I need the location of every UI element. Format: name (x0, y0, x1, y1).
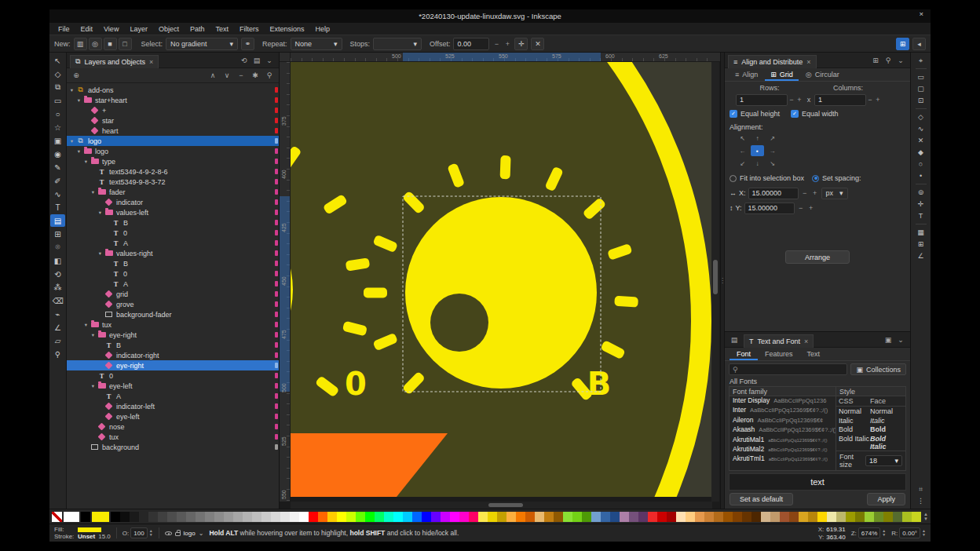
snap-cusp-nodes-icon[interactable]: ◆ (914, 147, 928, 158)
zoom-stepper[interactable]: ▲▼ (882, 529, 886, 537)
palette-swatch[interactable] (111, 512, 120, 522)
x-decrement-icon[interactable]: − (801, 187, 809, 199)
tool-pen[interactable]: ✐ (50, 174, 65, 187)
layer-row-a[interactable]: TA (67, 391, 279, 401)
expander-icon[interactable]: ▾ (97, 210, 104, 216)
font-row-inter-display[interactable]: Inter DisplayAaBbCcIiPpQq1236 (730, 396, 836, 406)
tool-dropper[interactable]: ⌾ (50, 241, 65, 254)
palette-swatch[interactable] (158, 512, 167, 522)
expander-icon[interactable]: ▾ (75, 97, 82, 104)
palette-swatch[interactable] (356, 512, 365, 522)
palette-swatch[interactable] (431, 512, 441, 522)
fit-selection-radio[interactable]: Fit into selection box (730, 174, 804, 182)
collections-button[interactable]: ▣ Collections (850, 363, 906, 375)
tool-spiral[interactable]: ◉ (50, 148, 65, 160)
tool-ellipse[interactable]: ○ (50, 108, 65, 120)
palette-swatch[interactable] (318, 512, 327, 522)
insert-stop-icon[interactable]: ✛ (514, 38, 528, 50)
layer-row-b[interactable]: TB (67, 217, 279, 228)
anchor-bottom[interactable]: ↓ (751, 158, 764, 169)
snap-rotation-centers-icon[interactable]: ✛ (914, 199, 928, 210)
set-as-default-button[interactable]: Set as default (730, 493, 793, 505)
apply-button[interactable]: Apply (867, 493, 905, 505)
snap-paths-icon[interactable]: ∿ (914, 123, 928, 134)
expander-icon[interactable]: ▾ (97, 250, 104, 257)
doc-icon[interactable]: ▤ (250, 54, 263, 67)
palette-swatch[interactable] (714, 512, 723, 522)
close-tab-icon[interactable]: × (804, 338, 808, 345)
tool-selector[interactable]: ↖ (50, 54, 65, 67)
layer-settings-icon[interactable]: ✱ (249, 69, 261, 82)
snap-bbox-edges-icon[interactable]: ▢ (914, 83, 928, 94)
rows-increment-icon[interactable]: + (795, 93, 803, 106)
opacity-input[interactable]: 100 (130, 527, 147, 538)
columns-decrement-icon[interactable]: − (866, 93, 874, 106)
palette-swatch[interactable] (723, 512, 733, 522)
layer-row-a[interactable]: TA (67, 238, 279, 248)
anchor-bottom-right[interactable]: ↘ (766, 158, 779, 169)
snap-toggle-icon[interactable]: ⌖ (914, 55, 928, 66)
palette-swatch[interactable] (704, 512, 714, 522)
palette-swatch[interactable] (544, 512, 554, 522)
palette-swatch[interactable] (620, 512, 629, 522)
opacity-widget[interactable]: O: 100 ▲▼ (122, 527, 153, 538)
palette-swatch[interactable] (855, 512, 865, 522)
font-row-akrutitml1[interactable]: AkrutiTml1aBbCcIiPpQq12369$€¢?.;/() (730, 454, 836, 464)
palette-swatch[interactable] (309, 512, 318, 522)
snap-intersections-icon[interactable]: ✕ (914, 135, 928, 146)
snap-bbox-icon[interactable]: ▭ (914, 71, 928, 82)
rows-decrement-icon[interactable]: − (788, 93, 795, 106)
palette-swatch[interactable] (148, 512, 158, 522)
anchor-bottom-left[interactable]: ↙ (736, 158, 749, 169)
palette-swatch[interactable] (770, 512, 780, 522)
layer-row-type[interactable]: ▾type (67, 156, 279, 166)
palette-swatch[interactable] (375, 512, 384, 522)
arrange-button[interactable]: Arrange (785, 250, 850, 264)
palette-swatch[interactable] (817, 512, 827, 522)
fill-stroke-indicator[interactable]: Fill: Stroke: Unset 15.0 (54, 527, 111, 540)
tab-align-and-distribute[interactable]: ≡ Align and Distribute × (728, 55, 817, 68)
palette-swatch[interactable] (648, 512, 657, 522)
fader-value-0[interactable]: 0 (345, 366, 367, 402)
layer-row-background[interactable]: background (67, 442, 279, 452)
fader-value-b[interactable]: B (587, 366, 612, 402)
add-layer-icon[interactable]: ⊕ (70, 69, 82, 82)
palette-swatch[interactable] (525, 512, 535, 522)
palette-swatch[interactable] (610, 512, 620, 522)
palette-swatch[interactable] (261, 512, 271, 522)
palette-swatch[interactable] (337, 512, 346, 522)
offset-decrement-icon[interactable]: − (492, 38, 500, 50)
palette-swatch[interactable] (874, 512, 883, 522)
font-row-akrutimal2[interactable]: AkrutiMal2aBbCcIiPpQq12369$€¢?.;/() (730, 445, 836, 454)
layer-row-values-left[interactable]: ▾values-left (67, 207, 279, 217)
layer-row-background-fader[interactable]: background-fader (67, 309, 279, 319)
columns-input[interactable]: 1 (814, 94, 866, 106)
layer-row-values-right[interactable]: ▾values-right (67, 248, 279, 258)
expander-icon[interactable]: ▾ (68, 87, 75, 93)
layer-indicator[interactable]: logo ⌄ (165, 530, 204, 537)
layer-row-tux[interactable]: ▾tux (67, 319, 279, 330)
gradient-fill-icon[interactable]: ■ (104, 38, 117, 50)
menu-text[interactable]: Text (210, 25, 234, 33)
palette-swatch[interactable] (516, 512, 525, 522)
palette-swatch[interactable] (751, 512, 761, 522)
layer-row-item[interactable]: + (67, 105, 279, 115)
tool-mesh[interactable]: ⊞ (50, 228, 65, 240)
palette-swatch[interactable] (883, 512, 893, 522)
align-tab-align[interactable]: ≡Align (730, 70, 763, 81)
palette-swatch[interactable] (535, 512, 544, 522)
palette-swatch[interactable] (459, 512, 469, 522)
font-row-inter[interactable]: InterAaBbCcIiPpQq12369$€¢?.;/() (730, 406, 836, 415)
panel-menu-chevron-icon[interactable]: ⌄ (894, 54, 907, 67)
y-decrement-icon[interactable]: − (797, 202, 805, 214)
lock-guides-button[interactable] (712, 53, 720, 62)
anchor-left[interactable]: ← (736, 145, 749, 156)
tool-node[interactable]: ◇ (50, 68, 65, 80)
palette-swatch[interactable] (384, 512, 393, 522)
layer-row-0[interactable]: T0 (67, 228, 279, 238)
collapse-snapbar-icon[interactable]: ◂ (912, 38, 926, 50)
zoom-input[interactable]: 674% (858, 527, 880, 538)
palette-swatch[interactable] (695, 512, 704, 522)
x-increment-icon[interactable]: + (811, 187, 819, 199)
font-search-input[interactable]: ⚲ (729, 363, 847, 375)
